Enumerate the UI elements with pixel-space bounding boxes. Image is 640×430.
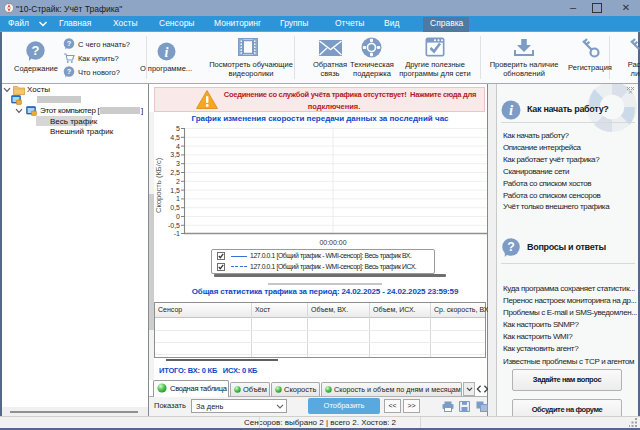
- svg-text:5: 5: [176, 125, 180, 132]
- svg-text:4: 4: [176, 143, 180, 150]
- svg-text:0: 0: [176, 213, 180, 220]
- svg-text:4,5: 4,5: [170, 134, 180, 141]
- svg-text:-1: -1: [174, 230, 180, 237]
- svg-text:?: ?: [67, 67, 72, 76]
- svg-text:1: 1: [176, 195, 180, 202]
- svg-text:2,5: 2,5: [170, 169, 180, 176]
- svg-text:3: 3: [176, 160, 180, 167]
- svg-text:00:00:00: 00:00:00: [319, 239, 346, 246]
- svg-text:i: i: [165, 45, 169, 60]
- svg-text:2: 2: [176, 178, 180, 185]
- svg-text:1,5: 1,5: [170, 187, 180, 194]
- svg-text:?: ?: [67, 39, 72, 48]
- svg-text:?: ?: [32, 43, 40, 58]
- svg-text:-0,5: -0,5: [168, 222, 180, 229]
- svg-text:3,5: 3,5: [170, 151, 180, 158]
- svg-text:0,5: 0,5: [170, 204, 180, 211]
- svg-text:?: ?: [507, 240, 515, 254]
